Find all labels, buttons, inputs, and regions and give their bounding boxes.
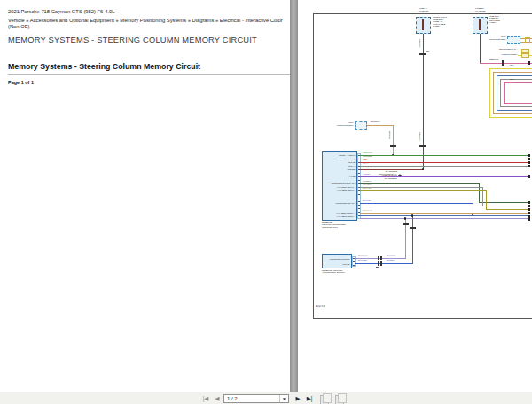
pager-toolbar: |◀ ◀ 1 / 2 ▼ ▶ ▶| [0, 392, 532, 404]
wire-label-redwht-1: REDWHT [418, 39, 420, 49]
chevron-down-icon[interactable]: ▼ [279, 395, 288, 402]
page-select[interactable]: 1 / 2 ▼ [223, 394, 289, 403]
wire-label-redwht-3: REDWHT [489, 59, 499, 62]
opt-b-connector [525, 37, 530, 43]
last-page-button[interactable]: ▶| [304, 394, 315, 403]
data-link-conn-1 [521, 49, 529, 53]
opt-a-label: WITH(JUNCTION BOX) [330, 122, 354, 127]
adjustment-switch-box: ADJUSTMENT TRIGGER TRIG (B) [322, 254, 352, 268]
opt-a-box [355, 121, 367, 130]
page-count-label: Page 1 of 1 [8, 80, 34, 85]
fuse-a-amp: 15A [418, 19, 421, 21]
prev-page-button[interactable]: ◀ [212, 394, 223, 403]
control-unit-name: STEERINGCOLUMN ADJUSTMENTCONTROL UNIT [322, 222, 357, 229]
opt-b-box [507, 36, 520, 44]
wire-label-t30: T30 [426, 51, 429, 54]
diagram-page-border-bottom [313, 318, 532, 319]
doc-title: MEMORY SYSTEMS - STEERING COLUMN MEMORY … [8, 35, 290, 44]
wire-fuse-b-drop [480, 34, 481, 63]
print-page-icon[interactable] [335, 395, 344, 404]
diagnosis-junction [398, 174, 402, 176]
page-select-value: 1 / 2 [227, 395, 238, 402]
wire-opt-a-drop [393, 125, 394, 155]
wire-label-redwht-2: REDWHT [418, 132, 420, 142]
figure-label: FIG#14 [316, 306, 325, 308]
diagram-page-border-left [313, 13, 314, 319]
fuse-a-caption: FUSE A7ALL TRIMS [410, 8, 436, 12]
switch-name: STEERING COLUMNADJUSTMENT SWITCH [322, 270, 357, 275]
next-page-button[interactable]: ▶ [293, 394, 303, 403]
heading-rule [8, 74, 290, 75]
control-unit-box: MOTOR + / HEIGHT MOTOR - / HEIGHT TRIG (… [322, 152, 357, 221]
app-window: 2021 Porsche 718 Cayman GTS (982) F6-4.0… [0, 0, 532, 404]
fuse-a-element [422, 19, 424, 30]
fuse-a-side-text: FRONT RIGHTFUSE BOX(FUSE A7)(RIGHT SIDEP… [433, 17, 456, 28]
breadcrumb: Vehicle » Accessories and Optional Equip… [8, 18, 285, 30]
wire-fuse-b-run [480, 63, 532, 64]
data-link-row-2: LINES SYSTEM [486, 54, 517, 57]
data-link-row-1: COMPUTER/DATA [486, 49, 517, 51]
export-page-icon[interactable] [320, 395, 329, 404]
loop1-label-1: GRY [510, 65, 514, 67]
wire-label-brnwht: BRNWHT [371, 121, 380, 124]
pane-splitter[interactable] [290, 0, 298, 392]
opt-b-label: WITH(JUNCTION BOX) [484, 36, 506, 41]
switch-connector-label: A6 [376, 267, 379, 269]
section-heading: Memory Systems - Steering Column Memory … [8, 62, 290, 71]
fuse-b-element [479, 19, 481, 30]
fuse-b-side-text: LEFT FRONTFUSE BOX(FUSE B4)(LEFT SIDEPAN… [489, 13, 512, 25]
wire-label-brown: BROWN [387, 131, 390, 139]
wire-opt-a-run [367, 125, 393, 126]
fuse-b-amp: 15A [474, 19, 478, 21]
data-link-conn-2 [521, 53, 529, 58]
loop1-label-2: GRY [510, 79, 514, 82]
control-unit-pin-column [357, 153, 361, 219]
diagnosis-label: DIAGNOSIS(COMPUTER/DATALINES SYSTEMDIAGN… [365, 171, 397, 180]
first-page-button[interactable]: |◀ [200, 394, 211, 403]
left-document-page: 2021 Porsche 718 Cayman GTS (982) F6-4.0… [0, 0, 290, 392]
vehicle-title: 2021 Porsche 718 Cayman GTS (982) F6-4.0… [8, 9, 285, 15]
